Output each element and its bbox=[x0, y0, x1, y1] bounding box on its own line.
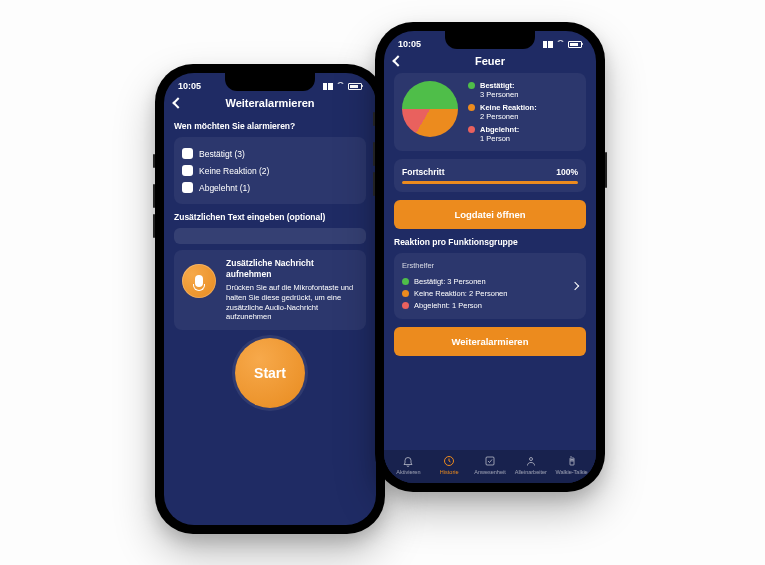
record-card: Zusätzliche Nachricht aufnehmen Drücken … bbox=[174, 250, 366, 330]
group-name: Ersthelfer bbox=[402, 261, 578, 270]
dot-icon bbox=[468, 126, 475, 133]
history-icon bbox=[443, 455, 455, 467]
page-header: Feuer bbox=[384, 53, 596, 73]
group-card[interactable]: Ersthelfer Bestätigt: 3 Personen Keine R… bbox=[394, 253, 586, 319]
wifi-icon bbox=[336, 82, 345, 91]
tab-walkietalkie[interactable]: Walkie-Talkie bbox=[551, 455, 592, 475]
dot-icon bbox=[402, 302, 409, 309]
question-label: Wen möchten Sie alarmieren? bbox=[174, 121, 366, 131]
svg-rect-3 bbox=[571, 460, 573, 462]
progress-bar bbox=[402, 181, 578, 184]
option-noreaction[interactable]: Keine Reaktion (2) bbox=[182, 162, 358, 179]
record-desc: Drücken Sie auf die Mikrofontaste und ha… bbox=[226, 283, 353, 321]
legend-title: Abgelehnt: bbox=[480, 125, 519, 134]
group-line-noreaction: Keine Reaktion: 2 Personen bbox=[402, 287, 578, 299]
option-list: Bestätigt (3) Keine Reaktion (2) Abgeleh… bbox=[174, 137, 366, 204]
svg-rect-0 bbox=[486, 457, 494, 465]
tab-bar: Aktivieren Historie Anwesenheit Alleinar… bbox=[384, 450, 596, 483]
option-confirmed[interactable]: Bestätigt (3) bbox=[182, 145, 358, 162]
checkbox-icon[interactable] bbox=[182, 148, 193, 159]
tab-history[interactable]: Historie bbox=[429, 455, 470, 475]
mic-icon bbox=[195, 275, 203, 287]
wifi-icon bbox=[556, 40, 565, 49]
reroute-button[interactable]: Weiteralarmieren bbox=[394, 327, 586, 356]
extra-text-input[interactable] bbox=[174, 228, 366, 244]
reroute-label: Weiteralarmieren bbox=[452, 336, 529, 347]
tab-activate[interactable]: Aktivieren bbox=[388, 455, 429, 475]
svg-point-1 bbox=[529, 458, 532, 461]
reaction-label: Reaktion pro Funktionsgruppe bbox=[394, 237, 586, 247]
mic-button[interactable] bbox=[182, 264, 216, 298]
tab-label: Walkie-Talkie bbox=[555, 469, 587, 475]
tab-label: Anwesenheit bbox=[474, 469, 506, 475]
tab-label: Alleinarbeiter bbox=[515, 469, 547, 475]
tab-loneworker[interactable]: Alleinarbeiter bbox=[510, 455, 551, 475]
phone-left: 10:05 Weiteralarmieren Wen möchten Sie a… bbox=[155, 64, 385, 534]
status-time: 10:05 bbox=[178, 81, 201, 91]
option-label: Bestätigt (3) bbox=[199, 149, 245, 159]
notch bbox=[445, 31, 535, 49]
checkbox-icon[interactable] bbox=[182, 165, 193, 176]
group-line-confirmed: Bestätigt: 3 Personen bbox=[402, 275, 578, 287]
progress-fill bbox=[402, 181, 578, 184]
pie-card: Bestätigt:3 Personen Keine Reaktion:2 Pe… bbox=[394, 73, 586, 151]
dot-icon bbox=[402, 278, 409, 285]
logfile-label: Logdatei öffnen bbox=[454, 209, 525, 220]
bell-icon bbox=[402, 455, 414, 467]
legend-sub: 2 Personen bbox=[480, 112, 518, 121]
pie-chart bbox=[402, 81, 458, 137]
start-label: Start bbox=[254, 365, 286, 381]
tab-label: Aktivieren bbox=[396, 469, 420, 475]
dot-icon bbox=[468, 82, 475, 89]
radio-icon bbox=[566, 455, 578, 467]
tab-presence[interactable]: Anwesenheit bbox=[470, 455, 511, 475]
page-title: Feuer bbox=[384, 55, 596, 67]
legend-title: Keine Reaktion: bbox=[480, 103, 537, 112]
phone-right: 10:05 Feuer Bestätigt:3 Person bbox=[375, 22, 605, 492]
legend-sub: 3 Personen bbox=[480, 90, 518, 99]
legend-title: Bestätigt: bbox=[480, 81, 518, 90]
status-icons bbox=[543, 40, 582, 49]
battery-icon bbox=[348, 83, 362, 90]
page-header: Weiteralarmieren bbox=[164, 95, 376, 115]
dot-icon bbox=[468, 104, 475, 111]
tab-label: Historie bbox=[440, 469, 459, 475]
progress-percent: 100% bbox=[556, 167, 578, 177]
progress-card: Fortschritt 100% bbox=[394, 159, 586, 192]
record-title: Zusätzliche Nachricht aufnehmen bbox=[226, 258, 358, 280]
group-line-text: Abgelehnt: 1 Person bbox=[414, 301, 482, 310]
group-line-text: Bestätigt: 3 Personen bbox=[414, 277, 486, 286]
start-button[interactable]: Start bbox=[235, 338, 305, 408]
extra-text-label: Zusätzlichen Text eingeben (optional) bbox=[174, 212, 366, 222]
option-label: Keine Reaktion (2) bbox=[199, 166, 269, 176]
notch bbox=[225, 73, 315, 91]
page-title: Weiteralarmieren bbox=[164, 97, 376, 109]
progress-label: Fortschritt bbox=[402, 167, 445, 177]
status-icons bbox=[323, 82, 362, 91]
legend-rejected: Abgelehnt:1 Person bbox=[468, 125, 537, 143]
legend-confirmed: Bestätigt:3 Personen bbox=[468, 81, 537, 99]
legend-sub: 1 Person bbox=[480, 134, 510, 143]
signal-icon bbox=[323, 83, 333, 90]
battery-icon bbox=[568, 41, 582, 48]
signal-icon bbox=[543, 41, 553, 48]
checkbox-icon[interactable] bbox=[182, 182, 193, 193]
legend-noreaction: Keine Reaktion:2 Personen bbox=[468, 103, 537, 121]
option-label: Abgelehnt (1) bbox=[199, 183, 250, 193]
pie-legend: Bestätigt:3 Personen Keine Reaktion:2 Pe… bbox=[468, 81, 537, 143]
person-icon bbox=[525, 455, 537, 467]
option-rejected[interactable]: Abgelehnt (1) bbox=[182, 179, 358, 196]
status-time: 10:05 bbox=[398, 39, 421, 49]
logfile-button[interactable]: Logdatei öffnen bbox=[394, 200, 586, 229]
group-line-rejected: Abgelehnt: 1 Person bbox=[402, 299, 578, 311]
check-icon bbox=[484, 455, 496, 467]
group-line-text: Keine Reaktion: 2 Personen bbox=[414, 289, 507, 298]
dot-icon bbox=[402, 290, 409, 297]
